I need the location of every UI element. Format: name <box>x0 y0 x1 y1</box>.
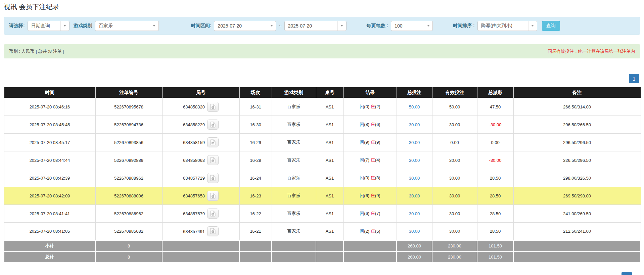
cell-table-no: AS1 <box>316 98 343 116</box>
cell-table-no: AS1 <box>316 116 343 134</box>
page: 视讯 会员下注纪录 请选择: 日期查询 游戏类别 百家乐 时间区间: 2025-… <box>4 0 640 263</box>
cell-table-no: AS1 <box>316 169 343 187</box>
cell-total-bet: 30.00 <box>397 187 432 205</box>
cell-session: 16-30 <box>239 116 272 134</box>
table-row: 2025-07-20 08:46:16522670895678634858320… <box>4 98 641 116</box>
cell-game-type: 百家乐 <box>272 223 316 240</box>
chevron-down-icon <box>60 21 69 31</box>
footer-cell-10 <box>513 240 641 251</box>
result-player-score: (0) <box>364 175 371 180</box>
total-bet-link[interactable]: 30.00 <box>409 158 420 163</box>
video-replay-button[interactable] <box>207 137 219 147</box>
cell-game-type: 百家乐 <box>272 98 316 116</box>
result-banker-score: (8) <box>375 175 380 180</box>
game-type-value: 百家乐 <box>95 23 150 29</box>
total-bet-link[interactable]: 30.00 <box>409 140 420 145</box>
footer-cell-4 <box>272 240 316 251</box>
result-player-label: 闲 <box>360 229 364 234</box>
round-id-text: 634858320 <box>183 104 205 109</box>
query-type-select[interactable]: 日期查询 <box>28 21 70 31</box>
footer-cell-3 <box>239 240 272 251</box>
total-bet-link[interactable]: 30.00 <box>409 122 420 127</box>
game-type-select[interactable]: 百家乐 <box>95 21 159 31</box>
cell-time: 2025-07-20 08:42:09 <box>4 187 95 205</box>
footer-cell-7: 260.00 <box>397 240 432 251</box>
video-replay-button[interactable] <box>207 120 219 130</box>
total-bet-link[interactable]: 30.00 <box>409 176 420 181</box>
cell-payout: -30.00 <box>477 151 513 169</box>
result-banker-score: (5) <box>375 229 380 234</box>
result-player-label: 闲 <box>360 193 364 198</box>
pagination-top: 1 <box>4 74 640 83</box>
cell-result: 闲(8) 庄(6) <box>343 116 397 134</box>
column-header-4: 游戏类别 <box>272 87 316 98</box>
table-row: 2025-07-20 08:41:05522670885682634857491… <box>4 223 641 240</box>
cell-remark: 269.50/298.00 <box>513 187 641 205</box>
summary-bar: 币别 : 人民币 | 总共 :8 注单 | 同局有效投注，统一计算在该局第一张注… <box>4 44 640 58</box>
video-replay-button[interactable] <box>207 209 219 219</box>
page-1-button[interactable]: 1 <box>629 74 639 83</box>
cell-total-bet: 30.00 <box>397 205 432 223</box>
cell-table-no: AS1 <box>316 223 343 240</box>
date-from-select[interactable]: 2025-07-20 <box>214 21 276 31</box>
video-replay-button[interactable] <box>207 173 219 183</box>
total-bet-link[interactable]: 50.00 <box>409 104 420 109</box>
video-replay-button[interactable] <box>207 191 219 201</box>
footer-cell-2 <box>162 251 239 263</box>
column-header-5: 桌号 <box>316 87 343 98</box>
time-range-label: 时间区间: <box>191 23 212 29</box>
video-file-icon <box>210 193 216 199</box>
cell-round-id: 634858320 <box>162 98 239 116</box>
cell-bet-id: 522670888962 <box>95 169 162 187</box>
currency-total-text: 币别 : 人民币 | 总共 :8 注单 | <box>9 48 64 54</box>
cell-time: 2025-07-20 08:42:39 <box>4 169 95 187</box>
cell-remark: 326.50/296.50 <box>513 151 641 169</box>
page-size-select[interactable]: 100 <box>391 21 433 31</box>
cell-remark: 212.50/241.00 <box>513 223 641 240</box>
grandtotal-row: 总计8260.00230.00101.50 <box>4 251 641 263</box>
cell-valid-bet: 30.00 <box>432 187 477 205</box>
cell-time: 2025-07-20 08:41:41 <box>4 205 95 223</box>
bet-records-table: 时间注单编号局号场次游戏类别桌号结果总投注有效投注总派彩备注 2025-07-2… <box>4 87 641 263</box>
footer-cell-2 <box>162 240 239 251</box>
pagination-bottom: 1 <box>622 272 632 275</box>
result-player-score: (6) <box>364 211 371 216</box>
cell-valid-bet: 30.00 <box>432 169 477 187</box>
column-header-8: 有效投注 <box>432 87 477 98</box>
cell-result: 闲(7) 庄(4) <box>343 151 397 169</box>
search-button[interactable]: 查询 <box>542 21 560 31</box>
total-bet-link[interactable]: 30.00 <box>409 193 420 198</box>
page-title: 视讯 会员下注纪录 <box>4 0 640 11</box>
chevron-down-icon <box>528 21 537 31</box>
footer-cell-0: 小计 <box>4 240 95 251</box>
column-header-3: 场次 <box>239 87 272 98</box>
cell-payout: 28.50 <box>477 187 513 205</box>
video-replay-button[interactable] <box>207 155 219 165</box>
footer-cell-10 <box>513 251 641 263</box>
cell-session: 16-28 <box>239 151 272 169</box>
query-type-label: 请选择: <box>9 23 25 29</box>
cell-bet-id: 522670886962 <box>95 205 162 223</box>
chevron-down-icon <box>150 21 158 31</box>
cell-round-id: 634857729 <box>162 169 239 187</box>
video-file-icon <box>210 104 216 110</box>
total-bet-link[interactable]: 30.00 <box>409 211 420 216</box>
video-replay-button[interactable] <box>207 226 219 236</box>
page-1-button-bottom[interactable]: 1 <box>622 272 632 275</box>
sort-select[interactable]: 降幂(由大到小) <box>477 21 537 31</box>
cell-bet-id: 522670893856 <box>95 134 162 151</box>
date-from-value: 2025-07-20 <box>214 23 267 29</box>
cell-payout: 28.50 <box>477 223 513 240</box>
total-bet-link[interactable]: 30.00 <box>409 229 420 234</box>
result-banker-score: (7) <box>375 211 380 216</box>
video-replay-button[interactable] <box>207 102 219 112</box>
cell-valid-bet: 30.00 <box>432 223 477 240</box>
table-row: 2025-07-20 08:41:41522670886962634857579… <box>4 205 641 223</box>
page-size-label: 每页笔数 : <box>367 23 388 29</box>
table-footer: 小计8260.00230.00101.50总计8260.00230.00101.… <box>4 240 641 263</box>
cell-game-type: 百家乐 <box>272 205 316 223</box>
date-to-select[interactable]: 2025-07-20 <box>284 21 347 31</box>
column-header-1: 注单编号 <box>95 87 162 98</box>
cell-time: 2025-07-20 08:46:16 <box>4 98 95 116</box>
cell-session: 16-23 <box>239 187 272 205</box>
